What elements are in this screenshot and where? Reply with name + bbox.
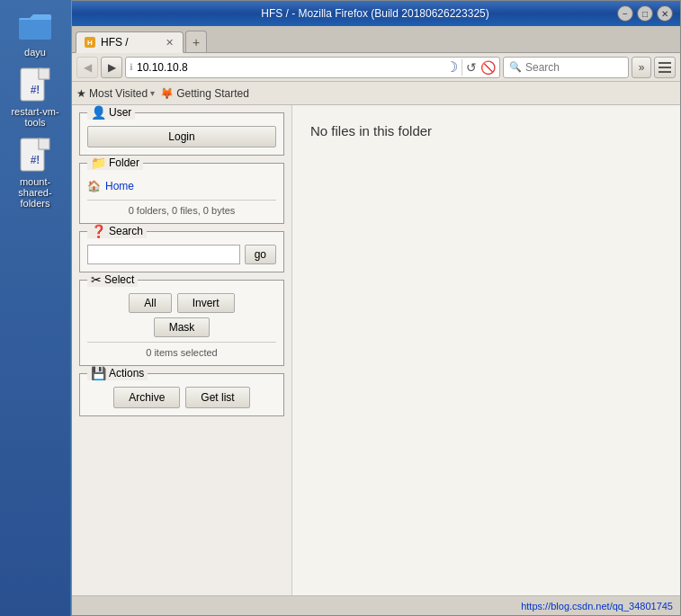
browser-window: HFS / - Mozilla Firefox (Build 201806262… — [71, 0, 681, 616]
folder-section-content: 🏠 Home 0 folders, 0 files, 0 bytes — [80, 164, 283, 223]
user-section-legend: 👤 User — [87, 105, 135, 120]
select-legend-icon: ✂ — [91, 272, 102, 287]
bookmarks-bar: ★ Most Visited ▾ 🦊 Getting Started — [72, 82, 680, 105]
block-icon[interactable]: 🚫 — [480, 60, 496, 75]
home-icon: 🏠 — [87, 180, 101, 192]
getting-started-label: Getting Started — [176, 87, 249, 100]
new-tab-button[interactable]: + — [185, 31, 207, 52]
search-row: go — [87, 245, 276, 264]
get-list-button[interactable]: Get list — [185, 387, 249, 408]
actions-legend-label: Actions — [109, 367, 144, 379]
most-visited-icon: ★ — [76, 87, 86, 100]
search-section-legend: ❓ Search — [87, 224, 147, 238]
close-button[interactable]: ✕ — [657, 5, 673, 22]
select-buttons: All Invert — [87, 293, 276, 313]
tab-favicon-icon: H — [84, 36, 96, 49]
getting-started-icon: 🦊 — [160, 87, 174, 100]
home-link[interactable]: 🏠 Home — [87, 176, 276, 196]
desktop-icon-mount-shared-folders-label: mount-shared-folders — [4, 176, 67, 209]
folder-legend-icon: 📁 — [91, 156, 106, 170]
moon-icon[interactable]: ☽ — [445, 58, 458, 76]
reload-button[interactable]: ↺ — [466, 60, 477, 75]
home-link-label: Home — [105, 180, 134, 192]
status-link[interactable]: https://blog.csdn.net/qq_34801745 — [521, 601, 673, 612]
select-section: ✂ Select All Invert Mask 0 items selecte… — [79, 280, 284, 366]
forward-button[interactable]: ▶ — [101, 57, 122, 78]
folder-section-legend: 📁 Folder — [87, 156, 143, 170]
all-button[interactable]: All — [129, 293, 171, 313]
login-button[interactable]: Login — [87, 126, 276, 147]
nav-hamburger-button[interactable] — [654, 57, 676, 78]
folder-section: 📁 Folder 🏠 Home 0 folders, 0 files, 0 by… — [79, 163, 284, 224]
actions-section: 💾 Actions Archive Get list — [79, 373, 284, 416]
actions-legend-icon: 💾 — [91, 366, 106, 380]
search-text-input[interactable] — [87, 245, 240, 264]
user-legend-label: User — [109, 106, 131, 119]
svg-text:H: H — [87, 39, 93, 47]
nav-more-button[interactable]: » — [632, 57, 651, 78]
svg-text:#!: #! — [31, 84, 40, 96]
svg-rect-2 — [39, 68, 49, 79]
archive-button[interactable]: Archive — [113, 387, 180, 408]
back-button[interactable]: ◀ — [76, 57, 98, 78]
desktop-icon-mount-shared-folders[interactable]: #! mount-shared-folders — [4, 137, 67, 209]
items-selected-label: 0 items selected — [87, 342, 276, 358]
desktop: dayu #! restart-vm-tools #! mount-shared… — [0, 0, 70, 616]
browser-search-input[interactable] — [525, 61, 623, 74]
most-visited-label: Most Visited — [89, 87, 148, 100]
hamburger-line-2 — [659, 67, 671, 68]
tab-close-button[interactable]: ✕ — [164, 37, 175, 49]
location-bar: ℹ ☽ ↺ 🚫 — [125, 57, 500, 78]
info-icon: ℹ — [130, 62, 133, 72]
title-bar: HFS / - Mozilla Firefox (Build 201806262… — [72, 1, 680, 26]
browser-search-bar: 🔍 — [503, 57, 629, 78]
minimize-button[interactable]: − — [617, 5, 633, 22]
no-files-message: No files in this folder — [310, 123, 432, 138]
action-buttons: Archive Get list — [87, 387, 276, 408]
svg-rect-0 — [19, 18, 51, 40]
desktop-icon-dayu[interactable]: dayu — [4, 7, 67, 58]
getting-started-bookmark[interactable]: 🦊 Getting Started — [160, 87, 249, 100]
user-legend-icon: 👤 — [91, 105, 106, 120]
status-bar: https://blog.csdn.net/qq_34801745 — [72, 595, 680, 615]
actions-section-legend: 💾 Actions — [87, 366, 148, 380]
select-legend-label: Select — [104, 273, 134, 286]
separator — [461, 59, 462, 76]
desktop-icon-dayu-label: dayu — [24, 47, 46, 58]
maximize-button[interactable]: □ — [637, 5, 653, 22]
svg-text:#!: #! — [31, 154, 40, 166]
browser-tab[interactable]: H HFS / ✕ — [76, 31, 184, 53]
folder-legend-label: Folder — [109, 156, 139, 169]
svg-rect-5 — [39, 138, 49, 149]
user-section: 👤 User Login — [79, 112, 284, 156]
most-visited-chevron-icon: ▾ — [150, 88, 155, 98]
title-bar-buttons: − □ ✕ — [617, 5, 673, 22]
search-legend-icon: ❓ — [91, 224, 106, 238]
desktop-icon-restart-vm-tools-label: restart-vm-tools — [4, 106, 67, 128]
browser-title: HFS / - Mozilla Firefox (Build 201806262… — [133, 7, 617, 20]
tab-label: HFS / — [101, 36, 129, 49]
search-legend-label: Search — [109, 225, 143, 237]
go-button[interactable]: go — [245, 245, 276, 264]
content-area: 👤 User Login 📁 Folder 🏠 Home — [72, 105, 680, 595]
right-content: No files in this folder — [292, 105, 680, 595]
left-panel: 👤 User Login 📁 Folder 🏠 Home — [72, 105, 292, 595]
select-section-legend: ✂ Select — [87, 272, 138, 287]
desktop-icon-restart-vm-tools[interactable]: #! restart-vm-tools — [4, 67, 67, 128]
location-input[interactable] — [137, 61, 442, 74]
hamburger-line-3 — [659, 71, 671, 73]
folder-stats: 0 folders, 0 files, 0 bytes — [87, 200, 276, 216]
select-section-content: All Invert Mask 0 items selected — [80, 281, 283, 365]
invert-button[interactable]: Invert — [177, 293, 235, 313]
search-section: ❓ Search go — [79, 231, 284, 272]
mask-row: Mask — [87, 317, 276, 337]
search-icon: 🔍 — [509, 61, 522, 73]
tab-bar: H HFS / ✕ + — [72, 26, 680, 53]
hamburger-line-1 — [659, 62, 671, 64]
most-visited-bookmark[interactable]: ★ Most Visited ▾ — [76, 87, 155, 100]
nav-bar: ◀ ▶ ℹ ☽ ↺ 🚫 🔍 » — [72, 53, 680, 82]
mask-button[interactable]: Mask — [154, 317, 211, 337]
